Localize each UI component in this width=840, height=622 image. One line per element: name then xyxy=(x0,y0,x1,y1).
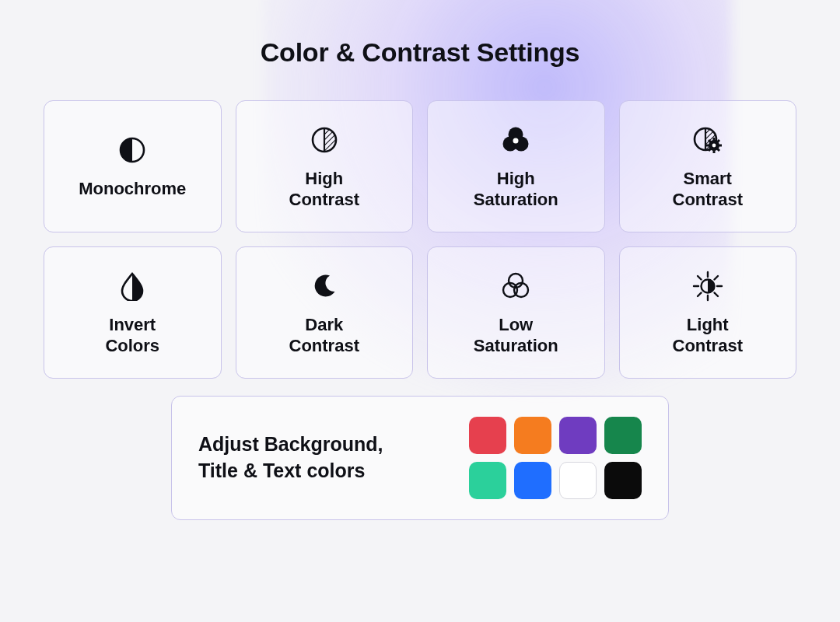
dark-contrast-icon xyxy=(311,269,338,303)
swatch-red[interactable] xyxy=(469,417,506,454)
options-grid: Monochrome High Contrast xyxy=(44,100,796,379)
swatch-black[interactable] xyxy=(604,462,642,499)
option-invert-colors[interactable]: Invert Colors xyxy=(44,246,222,379)
option-label: High Contrast xyxy=(289,168,359,211)
option-high-contrast[interactable]: High Contrast xyxy=(236,100,414,232)
option-smart-contrast[interactable]: Smart Contrast xyxy=(619,100,797,232)
color-contrast-settings-panel: Color & Contrast Settings Monochrome xyxy=(0,0,840,622)
swatch-grid xyxy=(469,417,642,499)
swatch-purple[interactable] xyxy=(559,417,597,454)
option-label: Light Contrast xyxy=(673,314,743,357)
high-contrast-icon xyxy=(310,123,338,157)
option-monochrome[interactable]: Monochrome xyxy=(44,100,222,232)
option-light-contrast[interactable]: Light Contrast xyxy=(619,246,797,379)
smart-contrast-icon xyxy=(691,123,724,157)
svg-line-34 xyxy=(698,292,702,296)
swatch-blue[interactable] xyxy=(514,462,551,499)
svg-point-9 xyxy=(513,138,519,143)
swatch-teal[interactable] xyxy=(469,462,506,499)
option-label: High Saturation xyxy=(474,168,558,211)
light-contrast-icon xyxy=(692,269,723,303)
option-label: Invert Colors xyxy=(105,314,159,357)
option-low-saturation[interactable]: Low Saturation xyxy=(427,246,605,379)
monochrome-icon xyxy=(118,133,146,167)
option-label: Monochrome xyxy=(79,178,186,200)
svg-line-32 xyxy=(698,276,702,280)
option-label: Low Saturation xyxy=(474,314,558,357)
swatch-green[interactable] xyxy=(604,417,642,454)
option-label: Dark Contrast xyxy=(289,314,359,357)
svg-line-35 xyxy=(714,276,718,280)
low-saturation-icon xyxy=(500,269,531,303)
page-title: Color & Contrast Settings xyxy=(44,37,796,68)
option-high-saturation[interactable]: High Saturation xyxy=(427,100,605,232)
svg-line-23 xyxy=(717,140,719,142)
svg-line-22 xyxy=(709,149,711,151)
option-adjust-colors[interactable]: Adjust Background, Title & Text colors xyxy=(171,396,669,520)
svg-line-20 xyxy=(709,140,711,142)
swatch-orange[interactable] xyxy=(514,417,551,454)
svg-line-21 xyxy=(717,149,719,151)
adjust-colors-label: Adjust Background, Title & Text colors xyxy=(198,432,469,484)
high-saturation-icon xyxy=(500,123,531,157)
invert-colors-icon xyxy=(119,269,145,303)
option-dark-contrast[interactable]: Dark Contrast xyxy=(236,246,414,379)
swatch-white[interactable] xyxy=(559,462,597,499)
option-label: Smart Contrast xyxy=(673,168,743,211)
svg-point-24 xyxy=(712,143,716,147)
svg-line-33 xyxy=(714,292,718,296)
adjust-row: Adjust Background, Title & Text colors xyxy=(44,396,796,520)
